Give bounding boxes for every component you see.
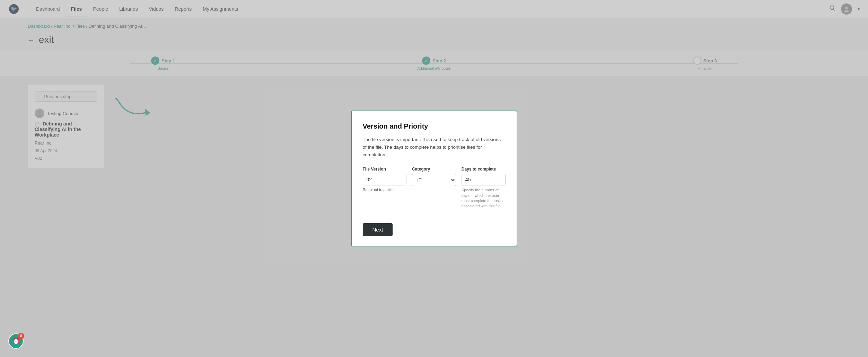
category-label: Category [412,167,456,172]
file-version-group: File Version Required to publish [363,167,407,209]
file-version-hint: Required to publish [363,188,407,192]
notification-badge: 8 [18,333,24,339]
days-label: Days to complete [462,167,506,172]
file-version-label: File Version [363,167,407,172]
modal-overlay: Version and Priority The file version is… [0,0,868,357]
modal-description: The file version is important. It is use… [363,136,506,158]
category-select[interactable]: IT HR Finance Marketing Operations [412,174,456,186]
modal-title: Version and Priority [363,122,506,130]
days-to-complete-input[interactable] [462,174,506,185]
file-version-input[interactable] [363,174,407,185]
days-hint: Specify the number of days in which the … [462,188,506,209]
next-button[interactable]: Next [363,223,393,236]
category-group: Category IT HR Finance Marketing Operati… [412,167,456,209]
days-to-complete-group: Days to complete Specify the number of d… [462,167,506,209]
notification-icon: ⏰ [12,337,20,345]
notification-button[interactable]: ⏰ 8 [8,333,24,349]
modal: Version and Priority The file version is… [351,111,517,246]
modal-fields: File Version Required to publish Categor… [363,167,506,209]
modal-divider [363,216,506,216]
